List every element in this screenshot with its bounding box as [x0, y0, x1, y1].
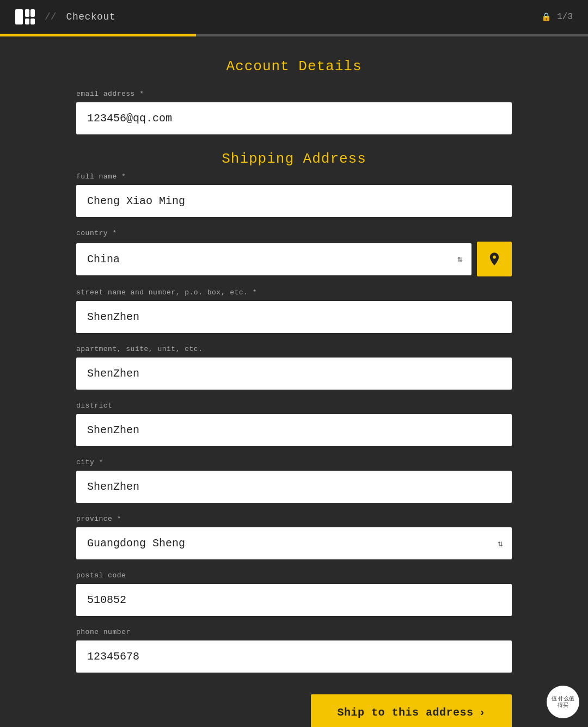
svg-rect-3 — [30, 9, 35, 17]
city-form-group: city * — [76, 458, 512, 503]
postal-code-input[interactable] — [76, 584, 512, 616]
ship-btn-row: Ship to this address › — [76, 694, 512, 727]
district-input[interactable] — [76, 414, 512, 446]
ship-to-address-button[interactable]: Ship to this address › — [311, 694, 512, 727]
province-select[interactable]: Guangdong Sheng Beijing Shi Shanghai Shi — [76, 527, 512, 559]
province-label: province * — [76, 515, 512, 523]
location-pin-icon — [487, 251, 502, 267]
svg-rect-1 — [25, 9, 29, 17]
svg-rect-4 — [30, 19, 35, 24]
full-name-input[interactable] — [76, 185, 512, 217]
country-select-wrapper: China United States United Kingdom Japan… — [76, 242, 512, 276]
province-form-group: province * Guangdong Sheng Beijing Shi S… — [76, 515, 512, 559]
account-details-title: Account Details — [76, 58, 512, 75]
svg-rect-2 — [25, 19, 29, 24]
postal-code-label: postal code — [76, 571, 512, 580]
city-label: city * — [76, 458, 512, 466]
apartment-input[interactable] — [76, 358, 512, 390]
ship-btn-arrow: › — [479, 706, 486, 719]
header-left: // Checkout — [15, 9, 115, 24]
full-name-label: full name * — [76, 172, 512, 181]
main-content: Account Details email address * Shipping… — [0, 36, 588, 727]
header-right: 🔒 1/3 — [541, 12, 573, 22]
phone-input[interactable] — [76, 640, 512, 673]
apartment-form-group: apartment, suite, unit, etc. — [76, 345, 512, 390]
country-select-container: China United States United Kingdom Japan… — [76, 243, 471, 275]
country-label: country * — [76, 229, 512, 237]
lock-icon: 🔒 — [541, 12, 552, 22]
db-logo-icon — [15, 9, 35, 24]
district-form-group: district — [76, 402, 512, 446]
shipping-address-title: Shipping Address — [76, 151, 512, 167]
postal-code-form-group: postal code — [76, 571, 512, 616]
email-input[interactable] — [76, 102, 512, 134]
svg-rect-0 — [15, 9, 23, 24]
full-name-form-group: full name * — [76, 172, 512, 217]
header: // Checkout 🔒 1/3 — [0, 0, 588, 34]
city-input[interactable] — [76, 471, 512, 503]
header-separator: // — [45, 11, 57, 22]
progress-filled — [0, 34, 196, 36]
email-label: email address * — [76, 90, 512, 98]
watermark-text: 值 什么值得买 — [549, 695, 577, 708]
street-label: street name and number, p.o. box, etc. * — [76, 288, 512, 297]
street-input[interactable] — [76, 301, 512, 333]
progress-bar — [0, 34, 588, 36]
checkout-title: Checkout — [66, 11, 115, 22]
progress-step: 1/3 — [557, 12, 573, 22]
province-select-container: Guangdong Sheng Beijing Shi Shanghai Shi… — [76, 527, 512, 559]
country-form-group: country * China United States United Kin… — [76, 229, 512, 276]
country-select[interactable]: China United States United Kingdom Japan — [76, 243, 471, 275]
phone-form-group: phone number — [76, 628, 512, 673]
phone-label: phone number — [76, 628, 512, 636]
email-form-group: email address * — [76, 90, 512, 134]
street-form-group: street name and number, p.o. box, etc. * — [76, 288, 512, 333]
location-button[interactable] — [477, 242, 512, 276]
district-label: district — [76, 402, 512, 410]
watermark: 值 什么值得买 — [547, 686, 579, 718]
apartment-label: apartment, suite, unit, etc. — [76, 345, 512, 353]
ship-btn-label: Ship to this address — [337, 706, 473, 719]
progress-remaining — [196, 34, 588, 36]
